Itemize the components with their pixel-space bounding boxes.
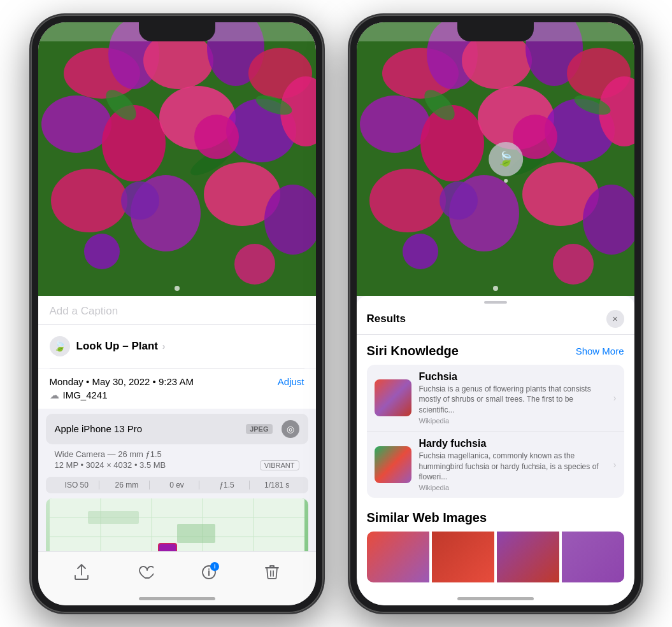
results-title: Results bbox=[367, 313, 406, 325]
notch bbox=[139, 22, 215, 41]
svg-rect-33 bbox=[177, 524, 215, 543]
focal-value: 26 mm bbox=[104, 481, 150, 490]
show-more-button[interactable]: Show More bbox=[576, 346, 624, 356]
fuchsia-description: Fuchsia is a genus of flowering plants t… bbox=[419, 384, 606, 416]
hardy-chevron: › bbox=[613, 460, 617, 470]
meta-section: Apple iPhone 13 Pro JPEG ◎ Wide Camera —… bbox=[38, 414, 316, 568]
svg-point-11 bbox=[51, 169, 127, 232]
siri-knowledge-title: Siri Knowledge bbox=[367, 344, 459, 358]
adjust-button[interactable]: Adjust bbox=[278, 376, 304, 387]
svg-point-59 bbox=[440, 181, 478, 220]
fuchsia-title: Fuchsia bbox=[419, 371, 606, 383]
lookup-bold: Look Up – bbox=[76, 340, 129, 352]
knowledge-item-hardy[interactable]: Hardy fuchsia Fuchsia magellanica, commo… bbox=[367, 432, 624, 498]
lookup-type: Plant bbox=[131, 340, 158, 352]
sim-img-2[interactable] bbox=[432, 532, 494, 582]
left-phone: Add a Caption 🍃 Look Up – Plant › bbox=[31, 15, 324, 613]
exif-row: ISO 50 26 mm 0 ev ƒ1.5 1/181 s bbox=[46, 477, 308, 493]
right-home-indicator bbox=[457, 597, 534, 600]
aperture-value: ƒ1.5 bbox=[204, 481, 250, 490]
right-phone: 🍃 Results × Siri Knowle bbox=[349, 15, 642, 613]
jpeg-badge: JPEG bbox=[246, 424, 272, 434]
right-photo-area: 🍃 bbox=[357, 22, 634, 296]
date-section: Monday • May 30, 2022 • 9:23 AM Adjust ☁… bbox=[38, 369, 316, 409]
right-notch bbox=[457, 22, 534, 41]
lookup-label: Look Up – Plant › bbox=[76, 340, 166, 353]
hardy-thumb-img bbox=[375, 446, 411, 483]
knowledge-card: Fuchsia Fuchsia is a genus of flowering … bbox=[367, 365, 624, 498]
right-phone-screen: 🍃 Results × Siri Knowle bbox=[357, 22, 634, 605]
filename-text: IMG_4241 bbox=[63, 390, 108, 400]
svg-point-18 bbox=[121, 181, 159, 220]
section-header: Siri Knowledge Show More bbox=[367, 344, 624, 358]
svg-point-64 bbox=[493, 286, 498, 291]
filename-row: ☁ IMG_4241 bbox=[50, 390, 304, 401]
date-row: Monday • May 30, 2022 • 9:23 AM Adjust bbox=[50, 376, 304, 387]
shutter-value: 1/181 s bbox=[255, 481, 299, 490]
favorite-button[interactable] bbox=[137, 565, 154, 580]
svg-point-23 bbox=[175, 286, 180, 291]
cloud-icon: ☁ bbox=[50, 390, 59, 401]
sim-img-1[interactable] bbox=[367, 532, 429, 582]
similar-images bbox=[367, 532, 624, 582]
svg-point-62 bbox=[553, 244, 594, 285]
fuchsia-thumb-img bbox=[375, 379, 411, 416]
fuchsia-thumb bbox=[375, 379, 411, 416]
info-button[interactable]: i bbox=[201, 565, 217, 580]
lookup-section: 🍃 Look Up – Plant › bbox=[38, 325, 316, 368]
photo-area bbox=[38, 22, 316, 296]
mp-text: 12 MP • 3024 × 4032 • 3.5 MB bbox=[55, 460, 166, 470]
hardy-source: Wikipedia bbox=[419, 484, 606, 491]
fuchsia-chevron: › bbox=[613, 393, 617, 403]
right-phone-content: 🍃 Results × Siri Knowle bbox=[357, 22, 634, 605]
ev-value: 0 ev bbox=[155, 481, 200, 490]
close-button[interactable]: × bbox=[606, 310, 624, 328]
device-name: Apple iPhone 13 Pro bbox=[55, 423, 143, 434]
similar-title: Similar Web Images bbox=[367, 511, 624, 525]
info-badge: i bbox=[210, 562, 219, 571]
svg-point-52 bbox=[369, 169, 446, 232]
left-phone-content[interactable]: Add a Caption 🍃 Look Up – Plant › bbox=[38, 22, 316, 605]
share-button[interactable] bbox=[75, 564, 89, 581]
siri-icon: 🍃 bbox=[50, 336, 70, 356]
mp-row: 12 MP • 3024 × 4032 • 3.5 MB VIBRANT bbox=[55, 460, 299, 470]
svg-point-61 bbox=[403, 234, 438, 269]
close-icon: × bbox=[612, 314, 617, 324]
fuchsia-source: Wikipedia bbox=[419, 417, 606, 425]
lookup-chevron: › bbox=[162, 341, 166, 351]
fuchsia-text: Fuchsia Fuchsia is a genus of flowering … bbox=[419, 371, 606, 425]
delete-button[interactable] bbox=[265, 564, 279, 581]
svg-point-20 bbox=[84, 234, 120, 269]
location-icon[interactable]: ◎ bbox=[282, 420, 299, 438]
sim-img-3[interactable] bbox=[497, 532, 559, 582]
home-indicator bbox=[139, 597, 215, 600]
hardy-text: Hardy fuchsia Fuchsia magellanica, commo… bbox=[419, 438, 606, 491]
similar-section: Similar Web Images bbox=[357, 502, 634, 586]
results-sheet: Results × Siri Knowledge Show More bbox=[357, 296, 634, 605]
iso-value: ISO 50 bbox=[55, 481, 100, 490]
caption-placeholder[interactable]: Add a Caption bbox=[50, 305, 118, 317]
svg-rect-32 bbox=[88, 511, 139, 524]
hardy-description: Fuchsia magellanica, commonly known as t… bbox=[419, 451, 606, 483]
phones-container: Add a Caption 🍃 Look Up – Plant › bbox=[18, 2, 655, 626]
results-header: Results × bbox=[357, 306, 634, 335]
knowledge-item-fuchsia[interactable]: Fuchsia Fuchsia is a genus of flowering … bbox=[367, 365, 624, 432]
device-row: Apple iPhone 13 Pro JPEG ◎ bbox=[46, 414, 308, 444]
camera-specs: Wide Camera — 26 mm ƒ1.5 12 MP • 3024 × … bbox=[46, 447, 308, 473]
visual-lookup-button[interactable]: 🍃 bbox=[489, 142, 523, 176]
sheet-handle bbox=[484, 301, 507, 304]
wide-camera-text: Wide Camera — 26 mm ƒ1.5 bbox=[55, 449, 299, 459]
flower-svg bbox=[38, 22, 316, 296]
lookup-row[interactable]: 🍃 Look Up – Plant › bbox=[50, 332, 304, 360]
siri-knowledge-section: Siri Knowledge Show More Fuchsia bbox=[357, 335, 634, 502]
svg-point-21 bbox=[234, 244, 275, 285]
svg-point-6 bbox=[41, 95, 111, 153]
sim-img-4[interactable] bbox=[562, 532, 624, 582]
caption-area[interactable]: Add a Caption bbox=[38, 296, 316, 325]
vibrant-badge: VIBRANT bbox=[260, 460, 299, 470]
svg-point-38 bbox=[208, 568, 210, 570]
hardy-title: Hardy fuchsia bbox=[419, 438, 606, 449]
left-phone-screen: Add a Caption 🍃 Look Up – Plant › bbox=[38, 22, 316, 605]
date-text: Monday • May 30, 2022 • 9:23 AM bbox=[50, 376, 194, 387]
svg-point-19 bbox=[194, 115, 239, 159]
